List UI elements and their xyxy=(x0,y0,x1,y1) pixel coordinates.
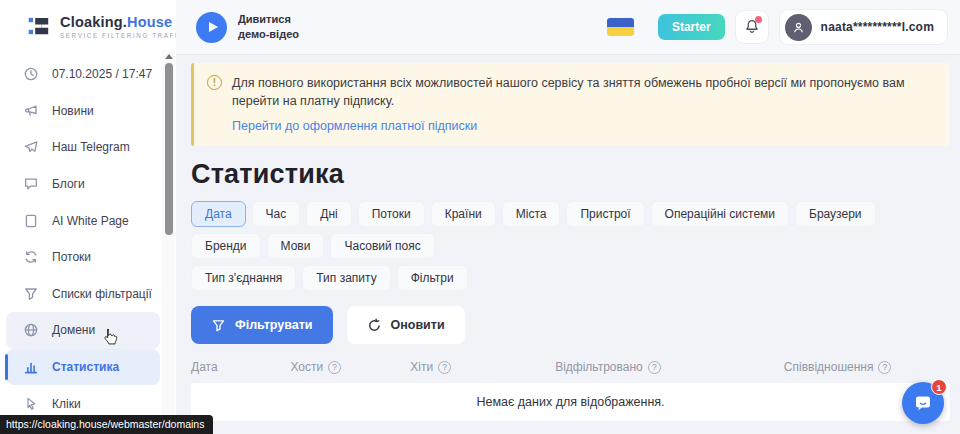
tab-пристрої[interactable]: Пристрої xyxy=(566,201,644,227)
sidebar-item-telegram[interactable]: Наш Telegram xyxy=(6,129,160,166)
person-icon xyxy=(791,20,806,35)
column-header: Відфільтровано? xyxy=(491,360,726,374)
funnel-icon xyxy=(211,318,226,333)
help-question-icon[interactable]: ? xyxy=(438,361,451,374)
sidebar-item-label: Блоги xyxy=(52,177,85,191)
tab-мови[interactable]: Мови xyxy=(267,233,325,259)
sidebar-nav: 07.10.2025 / 17:47НовиниНаш TelegramБлог… xyxy=(0,51,176,422)
column-header: Дата xyxy=(191,360,261,374)
tab-країни[interactable]: Країни xyxy=(431,201,496,227)
tab-дата[interactable]: Дата xyxy=(191,201,246,227)
brand-logo-icon xyxy=(26,13,52,39)
sidebar-item-ai-white-page[interactable]: AI White Page xyxy=(6,202,160,239)
refresh-button[interactable]: Оновити xyxy=(347,306,465,344)
refresh-button-label: Оновити xyxy=(391,318,445,332)
tab-тип-з-єднання[interactable]: Тип з'єднання xyxy=(191,265,296,291)
sidebar: Cloaking.House SERVICE FILTERING TRAFFIC… xyxy=(0,0,176,434)
trial-warning-banner: ! Для повного використання всіх можливос… xyxy=(191,63,950,146)
scroll-up-arrow-icon[interactable] xyxy=(165,54,173,59)
sidebar-scrollbar[interactable] xyxy=(162,50,175,434)
help-question-icon[interactable]: ? xyxy=(328,361,341,374)
demo-video-button[interactable]: Дивитися демо-відео xyxy=(196,12,299,43)
telegram-icon xyxy=(23,139,39,155)
user-email: naata**********l.com xyxy=(821,20,934,34)
warning-icon: ! xyxy=(207,75,222,90)
sidebar-item-streams[interactable]: Потоки xyxy=(6,239,160,276)
tab-дні[interactable]: Дні xyxy=(306,201,351,227)
help-question-icon[interactable]: ? xyxy=(648,361,661,374)
sidebar-item-label: Статистика xyxy=(52,360,119,374)
scrollbar-thumb[interactable] xyxy=(165,63,173,235)
sidebar-item-news[interactable]: Новини xyxy=(6,93,160,130)
tab-фільтри[interactable]: Фільтри xyxy=(397,265,468,291)
refresh-icon xyxy=(367,318,382,333)
streams-icon xyxy=(23,249,39,265)
avatar xyxy=(785,14,812,41)
table-empty-state: Немає даних для відображення. xyxy=(191,383,950,421)
chat-badge: 1 xyxy=(931,379,947,395)
column-label: Дата xyxy=(191,360,218,374)
column-header: Хіти? xyxy=(371,360,491,374)
chat-icon xyxy=(23,176,39,192)
tab-міста[interactable]: Міста xyxy=(502,201,561,227)
sidebar-item-label: Новини xyxy=(52,104,94,118)
column-label: Хости xyxy=(290,360,323,374)
filter-button-label: Фільтрувати xyxy=(235,318,313,332)
tabs-row-1: ДатаЧасДніПотокиКраїниМістаПристроїОпера… xyxy=(191,201,950,259)
app-window: Cloaking.House SERVICE FILTERING TRAFFIC… xyxy=(0,0,960,434)
chat-bubble-icon xyxy=(911,391,935,415)
sidebar-item-blogs[interactable]: Блоги xyxy=(6,166,160,203)
demo-video-label: Дивитися демо-відео xyxy=(238,12,299,43)
language-flag-ua[interactable] xyxy=(607,18,634,36)
play-icon[interactable] xyxy=(196,12,227,43)
tabs-row-2: Тип з'єднанняТип запитуФільтри xyxy=(191,265,950,291)
help-question-icon[interactable]: ? xyxy=(878,361,891,374)
sidebar-item-domains[interactable]: Домени xyxy=(6,312,160,349)
tab-тип-запиту[interactable]: Тип запиту xyxy=(302,265,390,291)
chart-icon xyxy=(23,359,39,375)
tab-браузери[interactable]: Браузери xyxy=(795,201,876,227)
link-status-tooltip: https://cloaking.house/webmaster/domains xyxy=(0,415,213,434)
page-icon xyxy=(23,213,39,229)
brand-logo[interactable]: Cloaking.House SERVICE FILTERING TRAFFIC xyxy=(0,0,176,51)
tab-операційні-системи[interactable]: Операційні системи xyxy=(651,201,789,227)
tab-часовий-пояс[interactable]: Часовий пояс xyxy=(330,233,434,259)
sidebar-item-label: Потоки xyxy=(52,250,91,264)
brand-text: Cloaking.House SERVICE FILTERING TRAFFIC xyxy=(60,14,190,39)
plan-starter-button[interactable]: Starter xyxy=(658,14,725,40)
notification-dot xyxy=(755,16,762,23)
sidebar-item-label: Кліки xyxy=(52,397,81,411)
user-account-button[interactable]: naata**********l.com xyxy=(779,9,948,45)
sidebar-item-label: Наш Telegram xyxy=(52,140,130,154)
sidebar-item-filter-lists[interactable]: Списки фільтрації xyxy=(6,276,160,313)
tab-потоки[interactable]: Потоки xyxy=(358,201,425,227)
notifications-button[interactable] xyxy=(735,10,769,44)
tab-бренди[interactable]: Бренди xyxy=(191,233,261,259)
tab-час[interactable]: Час xyxy=(252,201,301,227)
column-label: Хіти xyxy=(410,360,433,374)
header-right: Starter naata**********l.com xyxy=(607,9,960,45)
column-header: Співвідношення? xyxy=(725,360,950,374)
sidebar-item-label: AI White Page xyxy=(52,214,129,228)
cursor-icon xyxy=(23,396,39,412)
column-label: Відфільтровано xyxy=(555,360,643,374)
column-label: Співвідношення xyxy=(784,360,874,374)
subscription-link[interactable]: Перейти до оформлення платної підписки xyxy=(232,119,477,133)
sidebar-item-label: Домени xyxy=(52,323,95,337)
sidebar-item-datetime[interactable]: 07.10.2025 / 17:47 xyxy=(6,56,160,93)
brand-title: Cloaking.House xyxy=(60,14,190,30)
top-header: Дивитися демо-відео Starter naata xyxy=(176,0,960,55)
table-header-row: ДатаХости?Хіти?Відфільтровано?Співвіднош… xyxy=(191,360,950,383)
megaphone-icon xyxy=(23,103,39,119)
globe-icon xyxy=(23,322,39,338)
page-title: Статистика xyxy=(191,159,960,190)
banner-text: Для повного використання всіх можливосте… xyxy=(232,74,934,110)
toolbar: Фільтрувати Оновити xyxy=(191,306,960,344)
sidebar-item-label: Списки фільтрації xyxy=(52,287,152,301)
sidebar-item-statistics[interactable]: Статистика xyxy=(6,349,160,386)
chat-widget-button[interactable]: 1 xyxy=(902,382,944,424)
filter-button[interactable]: Фільтрувати xyxy=(191,306,333,344)
main-content: ! Для повного використання всіх можливос… xyxy=(176,55,960,434)
funnel-icon xyxy=(23,286,39,302)
clock-icon xyxy=(23,66,39,82)
